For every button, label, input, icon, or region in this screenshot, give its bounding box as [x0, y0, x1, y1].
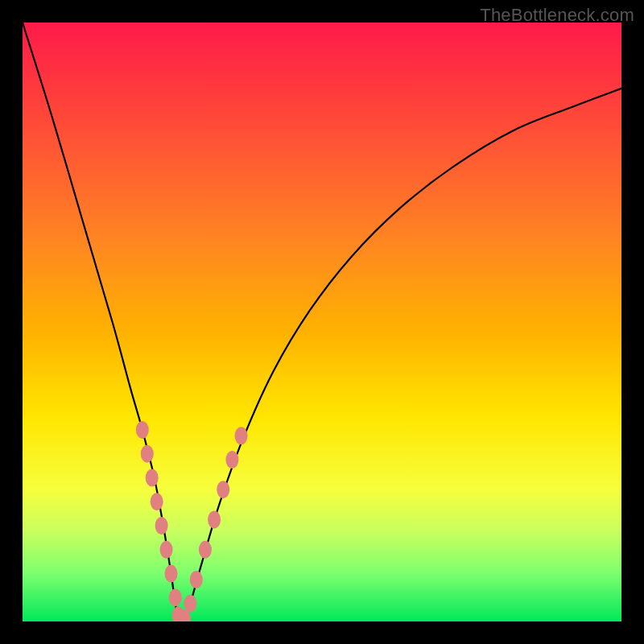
highlight-marker — [160, 541, 173, 559]
highlight-marker — [190, 571, 203, 588]
highlight-marker — [199, 541, 212, 559]
highlight-marker — [146, 469, 159, 486]
highlight-markers — [136, 421, 248, 621]
highlight-marker — [141, 445, 154, 463]
highlight-marker — [217, 481, 229, 498]
highlight-marker — [155, 517, 168, 535]
highlight-marker — [235, 427, 248, 444]
highlight-marker — [165, 564, 178, 582]
chart-svg — [23, 23, 621, 621]
highlight-marker — [136, 421, 149, 439]
highlight-marker — [151, 493, 163, 510]
bottleneck-curve — [23, 23, 621, 621]
chart-frame: TheBottleneck.com — [0, 0, 644, 644]
highlight-marker — [208, 511, 221, 529]
highlight-marker — [225, 451, 238, 469]
highlight-marker — [169, 588, 182, 606]
plot-area — [23, 23, 621, 621]
highlight-marker — [184, 595, 196, 613]
